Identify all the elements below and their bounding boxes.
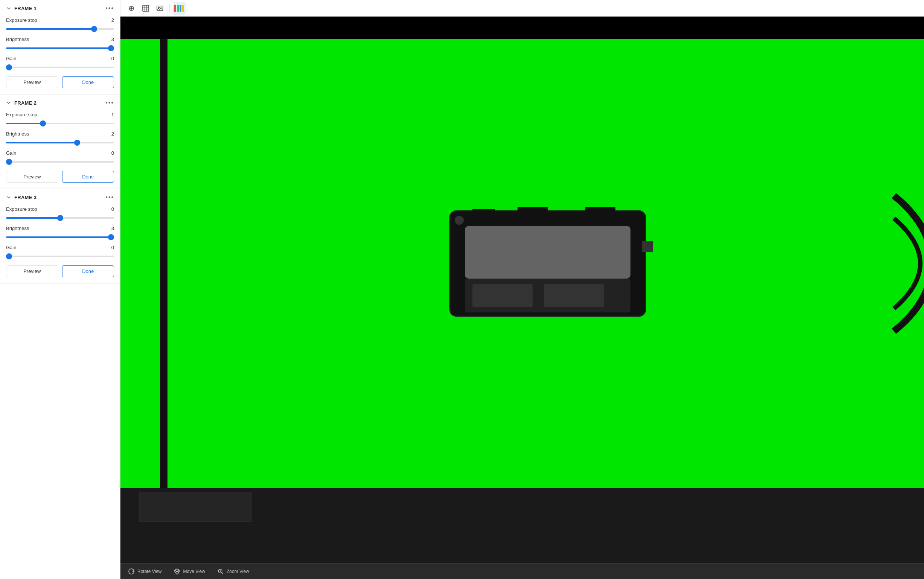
color-mode-button[interactable] xyxy=(173,2,186,15)
frame1-exposure-label-row: Exposure stop 2 xyxy=(6,17,114,23)
toolbar xyxy=(121,0,924,16)
frame1-button-row: Preview Done xyxy=(6,77,114,88)
frame2-gain-label-row: Gain 0 xyxy=(6,150,114,156)
frame2-exposure-slider[interactable] xyxy=(6,123,114,124)
frame1-exposure-row: Exposure stop 2 xyxy=(6,17,114,33)
frame1-gain-value: 0 xyxy=(106,56,114,61)
frame2-gain-label: Gain xyxy=(6,150,16,156)
frame3-section: FRAME 3 ••• Exposure stop 0 Brightness 3 xyxy=(0,189,120,283)
frame2-gain-slider-container xyxy=(6,158,114,166)
frame1-exposure-slider[interactable] xyxy=(6,28,114,30)
frame2-exposure-row: Exposure stop -1 xyxy=(6,112,114,127)
frame3-brightness-row: Brightness 3 xyxy=(6,226,114,241)
table-tool-button[interactable] xyxy=(139,2,152,15)
frame2-gain-slider[interactable] xyxy=(6,161,114,163)
svg-rect-15 xyxy=(472,209,495,216)
frame1-section: FRAME 1 ••• Exposure stop 2 Brightness 3 xyxy=(0,0,120,95)
rotate-view-item[interactable]: Rotate View xyxy=(128,568,162,575)
svg-rect-22 xyxy=(642,241,653,252)
frame3-button-row: Preview Done xyxy=(6,265,114,277)
svg-point-21 xyxy=(455,216,464,225)
frame3-exposure-slider[interactable] xyxy=(6,217,114,219)
frame3-exposure-label-row: Exposure stop 0 xyxy=(6,206,114,212)
scan-object-svg xyxy=(442,203,653,324)
frame2-brightness-value: 2 xyxy=(106,131,114,137)
rotate-tool-icon xyxy=(127,5,135,12)
sidebar: FRAME 1 ••• Exposure stop 2 Brightness 3 xyxy=(0,0,121,579)
frame1-header[interactable]: FRAME 1 ••• xyxy=(0,0,120,16)
frame3-header[interactable]: FRAME 3 ••• xyxy=(0,189,120,205)
main-panel: Rotate View Move View Zoom xyxy=(121,0,924,579)
rotate-tool-button[interactable] xyxy=(125,2,138,15)
frame2-header-left: FRAME 2 xyxy=(6,100,36,106)
frame3-brightness-slider-container xyxy=(6,234,114,241)
frame3-done-button[interactable]: Done xyxy=(62,265,114,277)
frame3-exposure-slider-container xyxy=(6,214,114,222)
frame1-body: Exposure stop 2 Brightness 3 xyxy=(0,16,120,94)
svg-rect-17 xyxy=(585,207,615,218)
frame1-header-left: FRAME 1 xyxy=(6,6,36,11)
frame1-brightness-slider[interactable] xyxy=(6,47,114,49)
frame1-exposure-value: 2 xyxy=(106,17,114,23)
image-tool-button[interactable] xyxy=(153,2,167,15)
frame3-exposure-label: Exposure stop xyxy=(6,206,37,212)
toolbar-divider xyxy=(169,4,170,13)
frame2-brightness-row: Brightness 2 xyxy=(6,131,114,146)
svg-point-25 xyxy=(176,571,178,572)
frame3-gain-slider[interactable] xyxy=(6,256,114,257)
frame2-brightness-label-row: Brightness 2 xyxy=(6,131,114,137)
frame1-chevron-icon xyxy=(6,6,11,11)
frame3-preview-button[interactable]: Preview xyxy=(6,265,58,277)
frame3-chevron-icon xyxy=(6,195,11,200)
zoom-view-item[interactable]: Zoom View xyxy=(217,568,249,575)
frame1-gain-label-row: Gain 0 xyxy=(6,56,114,61)
right-circle-svg xyxy=(856,84,924,443)
frame2-brightness-label: Brightness xyxy=(6,131,29,137)
svg-point-5 xyxy=(131,8,132,9)
frame3-brightness-label: Brightness xyxy=(6,226,29,231)
svg-rect-20 xyxy=(544,284,604,307)
frame2-button-row: Preview Done xyxy=(6,171,114,183)
frame1-gain-slider[interactable] xyxy=(6,67,114,68)
frame2-section: FRAME 2 ••• Exposure stop -1 Brightness … xyxy=(0,95,120,189)
svg-rect-14 xyxy=(465,226,630,278)
move-view-icon xyxy=(173,568,180,575)
frame1-title: FRAME 1 xyxy=(14,6,36,11)
frame2-more-icon[interactable]: ••• xyxy=(105,100,114,106)
frame3-more-icon[interactable]: ••• xyxy=(105,194,114,200)
frame2-brightness-slider-container xyxy=(6,139,114,146)
frame1-exposure-label: Exposure stop xyxy=(6,17,37,23)
viewport[interactable] xyxy=(121,16,924,563)
frame2-chevron-icon xyxy=(6,100,11,105)
frame2-brightness-slider[interactable] xyxy=(6,142,114,144)
frame3-gain-row: Gain 0 xyxy=(6,245,114,260)
frame2-exposure-label: Exposure stop xyxy=(6,112,37,118)
frame2-gain-row: Gain 0 xyxy=(6,150,114,166)
frame2-exposure-label-row: Exposure stop -1 xyxy=(6,112,114,118)
move-view-item[interactable]: Move View xyxy=(173,568,205,575)
frame1-preview-button[interactable]: Preview xyxy=(6,77,58,88)
svg-rect-16 xyxy=(518,207,548,218)
table-tool-icon xyxy=(142,5,149,12)
frame2-preview-button[interactable]: Preview xyxy=(6,171,58,183)
frame3-exposure-row: Exposure stop 0 xyxy=(6,206,114,222)
frame1-brightness-slider-container xyxy=(6,44,114,52)
image-tool-icon xyxy=(156,5,164,12)
frame2-done-button[interactable]: Done xyxy=(62,171,114,183)
frame1-gain-row: Gain 0 xyxy=(6,56,114,71)
move-view-label: Move View xyxy=(183,569,205,574)
frame1-done-button[interactable]: Done xyxy=(62,77,114,88)
frame1-more-icon[interactable]: ••• xyxy=(105,5,114,11)
frame1-brightness-row: Brightness 3 xyxy=(6,36,114,52)
frame2-exposure-slider-container xyxy=(6,120,114,127)
svg-rect-19 xyxy=(472,284,532,307)
frame2-header[interactable]: FRAME 2 ••• xyxy=(0,95,120,110)
frame1-gain-slider-container xyxy=(6,64,114,71)
frame3-brightness-value: 3 xyxy=(106,226,114,231)
frame3-gain-label-row: Gain 0 xyxy=(6,245,114,250)
canvas-area[interactable] xyxy=(121,16,924,563)
zoom-view-label: Zoom View xyxy=(227,569,249,574)
frame3-title: FRAME 3 xyxy=(14,195,36,200)
frame3-brightness-slider[interactable] xyxy=(6,236,114,238)
frame1-brightness-label-row: Brightness 3 xyxy=(6,36,114,42)
